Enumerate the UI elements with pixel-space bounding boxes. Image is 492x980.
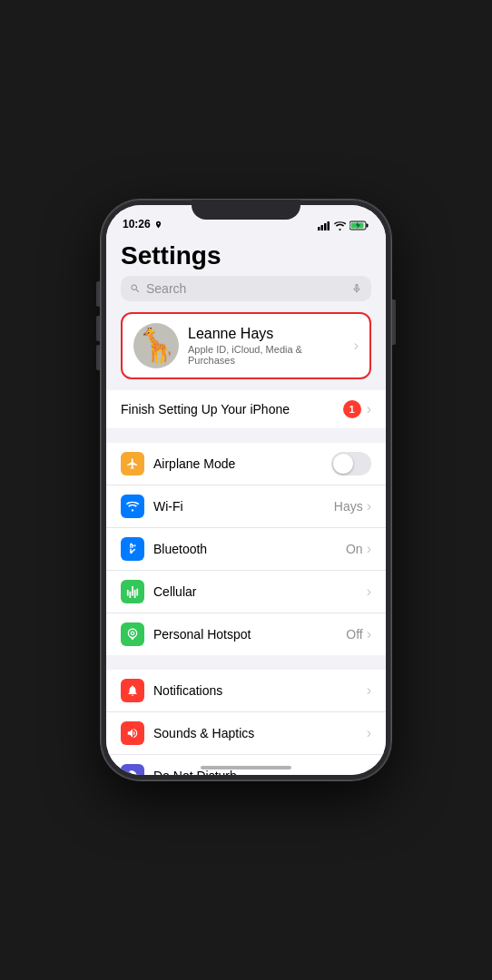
svg-rect-5 bbox=[367, 224, 369, 228]
section-divider-2 bbox=[106, 662, 386, 670]
notch bbox=[192, 200, 300, 220]
setup-label: Finish Setting Up Your iPhone bbox=[121, 402, 343, 416]
status-time: 10:26 bbox=[123, 218, 162, 230]
wifi-label: Wi-Fi bbox=[153, 499, 334, 514]
cellular-chevron: › bbox=[367, 583, 371, 600]
sounds-label: Sounds & Haptics bbox=[153, 726, 367, 740]
notifications-icon-bg bbox=[121, 679, 144, 702]
cellular-label: Cellular bbox=[153, 584, 367, 599]
setup-badge: 1 bbox=[343, 400, 361, 418]
sounds-icon bbox=[126, 727, 139, 740]
svg-rect-0 bbox=[318, 227, 320, 230]
setup-chevron: › bbox=[367, 401, 371, 417]
status-icons bbox=[318, 220, 369, 230]
profile-info: Leanne Hays Apple ID, iCloud, Media & Pu… bbox=[188, 326, 345, 366]
hotspot-icon bbox=[126, 628, 139, 641]
connectivity-section: Airplane Mode Wi-Fi Hays › bbox=[106, 443, 386, 655]
sounds-icon-bg bbox=[121, 721, 144, 745]
sounds-row[interactable]: Sounds & Haptics › bbox=[106, 712, 386, 755]
cellular-icon-bg bbox=[121, 580, 144, 603]
phone-device: 10:26 bbox=[101, 200, 391, 780]
profile-name: Leanne Hays bbox=[188, 326, 345, 342]
notifications-label: Notifications bbox=[153, 683, 367, 698]
settings-content[interactable]: Settings Search 🦒 Leanne Hays Apple ID, bbox=[106, 234, 386, 775]
hotspot-row[interactable]: Personal Hotspot Off › bbox=[106, 613, 386, 655]
bluetooth-icon-bg bbox=[121, 537, 144, 561]
wifi-icon-bg bbox=[121, 495, 144, 518]
search-icon bbox=[130, 283, 141, 294]
airplane-icon bbox=[126, 457, 139, 470]
avatar: 🦒 bbox=[133, 323, 179, 368]
notifications-icon bbox=[126, 684, 139, 697]
cellular-icon bbox=[126, 585, 139, 598]
wifi-chevron: › bbox=[367, 498, 371, 514]
airplane-mode-icon-bg bbox=[121, 452, 144, 475]
home-indicator bbox=[201, 766, 291, 769]
setup-row[interactable]: Finish Setting Up Your iPhone 1 › bbox=[106, 390, 386, 428]
bluetooth-value: On bbox=[346, 542, 363, 556]
wifi-icon bbox=[126, 501, 139, 512]
search-placeholder: Search bbox=[146, 281, 186, 296]
notifications-row[interactable]: Notifications › bbox=[106, 670, 386, 712]
microphone-icon bbox=[351, 282, 362, 295]
bluetooth-row[interactable]: Bluetooth On › bbox=[106, 528, 386, 571]
hotspot-label: Personal Hotspot bbox=[153, 627, 346, 642]
notifications-chevron: › bbox=[367, 682, 371, 699]
hotspot-icon-bg bbox=[121, 622, 144, 646]
donotdisturb-label: Do Not Disturb bbox=[153, 769, 367, 775]
donotdisturb-chevron: › bbox=[367, 768, 371, 775]
bluetooth-label: Bluetooth bbox=[153, 542, 346, 556]
profile-chevron: › bbox=[354, 338, 359, 354]
phone-screen: 10:26 bbox=[106, 205, 386, 775]
donotdisturb-row[interactable]: Do Not Disturb › bbox=[106, 755, 386, 775]
time-display: 10:26 bbox=[123, 218, 151, 230]
wifi-row[interactable]: Wi-Fi Hays › bbox=[106, 485, 386, 528]
sounds-chevron: › bbox=[367, 725, 371, 741]
location-icon bbox=[154, 220, 162, 229]
battery-icon bbox=[349, 220, 369, 230]
moon-icon bbox=[126, 769, 139, 775]
wifi-value: Hays bbox=[334, 499, 363, 514]
bluetooth-icon bbox=[128, 543, 137, 555]
airplane-mode-row[interactable]: Airplane Mode bbox=[106, 443, 386, 485]
hotspot-chevron: › bbox=[367, 626, 371, 642]
profile-row[interactable]: 🦒 Leanne Hays Apple ID, iCloud, Media & … bbox=[121, 312, 371, 379]
notifications-section: Notifications › Sounds & Haptics › bbox=[106, 670, 386, 775]
svg-rect-3 bbox=[328, 221, 330, 230]
page-title: Settings bbox=[106, 234, 386, 276]
wifi-status-icon bbox=[334, 221, 346, 230]
svg-rect-1 bbox=[321, 225, 324, 230]
airplane-mode-toggle[interactable] bbox=[331, 452, 371, 475]
section-divider-1 bbox=[106, 436, 386, 443]
hotspot-value: Off bbox=[346, 627, 362, 642]
svg-rect-2 bbox=[324, 223, 327, 230]
search-bar[interactable]: Search bbox=[121, 276, 371, 301]
donotdisturb-icon-bg bbox=[121, 764, 144, 775]
setup-section: Finish Setting Up Your iPhone 1 › bbox=[106, 390, 386, 428]
bluetooth-chevron: › bbox=[367, 541, 371, 557]
airplane-mode-label: Airplane Mode bbox=[153, 456, 331, 471]
profile-subtitle: Apple ID, iCloud, Media & Purchases bbox=[188, 344, 345, 366]
signal-icon bbox=[318, 221, 330, 230]
cellular-row[interactable]: Cellular › bbox=[106, 571, 386, 613]
